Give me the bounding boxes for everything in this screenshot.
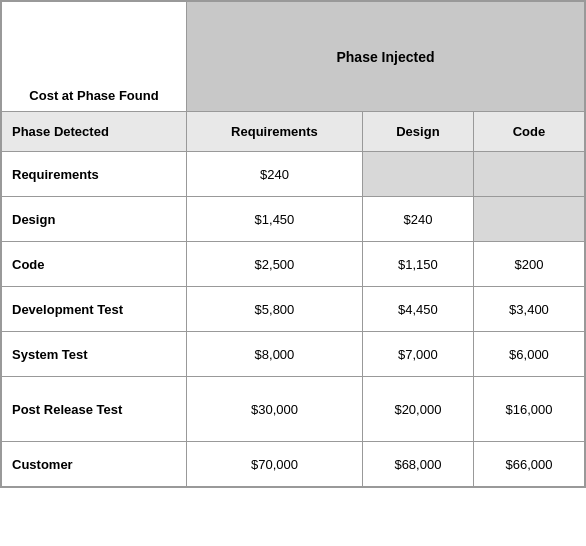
value-cell: $2,500	[187, 242, 363, 287]
code-col-header: Code	[473, 112, 584, 152]
value-cell: $70,000	[187, 442, 363, 487]
value-cell	[362, 152, 473, 197]
table-row: System Test$8,000$7,000$6,000	[2, 332, 585, 377]
phase-injected-header: Phase Injected	[187, 2, 585, 112]
value-cell	[473, 197, 584, 242]
corner-header: Cost at Phase Found	[2, 2, 187, 112]
value-cell: $20,000	[362, 377, 473, 442]
value-cell: $6,000	[473, 332, 584, 377]
value-cell: $240	[362, 197, 473, 242]
row-label-design: Design	[2, 197, 187, 242]
row-label-post-release-test: Post Release Test	[2, 377, 187, 442]
cost-table: Cost at Phase Found Phase Injected Phase…	[0, 0, 586, 488]
table-row: Code$2,500$1,150$200	[2, 242, 585, 287]
design-col-header: Design	[362, 112, 473, 152]
requirements-col-header: Requirements	[187, 112, 363, 152]
row-label-requirements: Requirements	[2, 152, 187, 197]
table-row: Customer$70,000$68,000$66,000	[2, 442, 585, 487]
value-cell: $1,150	[362, 242, 473, 287]
table-row: Requirements$240	[2, 152, 585, 197]
table-row: Design$1,450$240	[2, 197, 585, 242]
value-cell: $66,000	[473, 442, 584, 487]
value-cell: $68,000	[362, 442, 473, 487]
value-cell: $30,000	[187, 377, 363, 442]
value-cell: $200	[473, 242, 584, 287]
phase-detected-header: Phase Detected	[2, 112, 187, 152]
value-cell: $5,800	[187, 287, 363, 332]
value-cell: $8,000	[187, 332, 363, 377]
table-row: Post Release Test$30,000$20,000$16,000	[2, 377, 585, 442]
value-cell: $16,000	[473, 377, 584, 442]
value-cell	[473, 152, 584, 197]
value-cell: $4,450	[362, 287, 473, 332]
row-label-development-test: Development Test	[2, 287, 187, 332]
table-row: Development Test$5,800$4,450$3,400	[2, 287, 585, 332]
row-label-system-test: System Test	[2, 332, 187, 377]
row-label-customer: Customer	[2, 442, 187, 487]
value-cell: $7,000	[362, 332, 473, 377]
value-cell: $1,450	[187, 197, 363, 242]
value-cell: $240	[187, 152, 363, 197]
value-cell: $3,400	[473, 287, 584, 332]
row-label-code: Code	[2, 242, 187, 287]
